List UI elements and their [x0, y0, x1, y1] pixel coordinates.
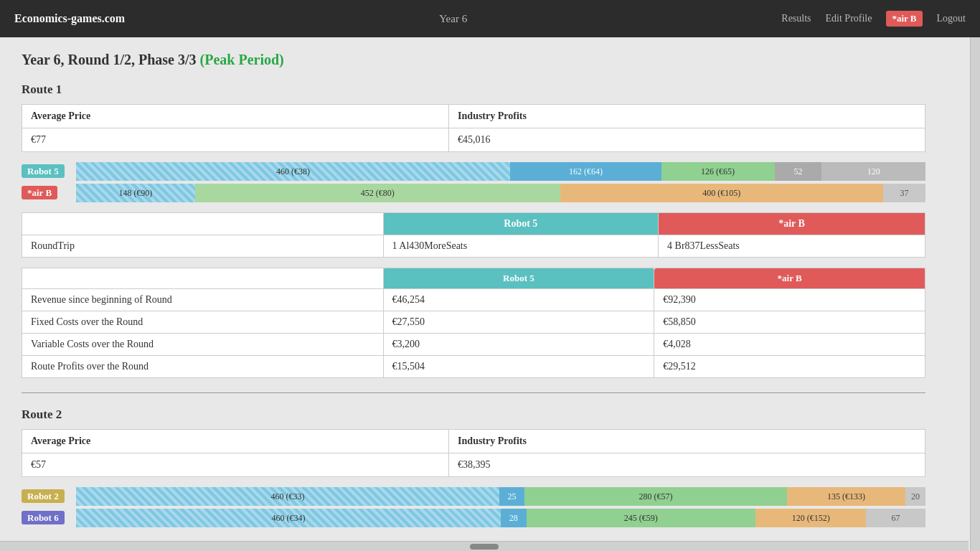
robot5-fixed: €27,550	[383, 311, 654, 334]
robot6-label: Robot 6	[22, 512, 72, 524]
robot2-seg2: 25	[499, 487, 524, 506]
airb-seg2: 452 (€80)	[195, 184, 560, 202]
airb-variable: €4,028	[654, 334, 925, 356]
robot5-label: Robot 5	[22, 166, 72, 177]
roundtrip-airb-value: 4 Br837LessSeats	[659, 235, 925, 258]
route-profits-label: Route Profits over the Round	[22, 356, 384, 378]
robot2-bar-area: 460 (€33) 25 280 (€57) 135 (€133) 20	[76, 487, 925, 506]
robot2-seg5: 20	[905, 487, 925, 506]
route2-industry-profits-header: Industry Profits	[449, 430, 925, 453]
robot5-profits: €15,504	[383, 356, 654, 378]
robot6-seg2: 28	[501, 509, 527, 527]
airb-bar-area: 148 (€90) 452 (€80) 400 (€105) 37	[76, 184, 925, 202]
airb-seg4: 37	[883, 184, 925, 202]
industry-profits-header: Industry Profits	[449, 105, 925, 128]
robot2-seg1: 460 (€33)	[76, 487, 499, 506]
airb-label: *air B	[22, 187, 72, 199]
route1-title: Route 1	[22, 83, 925, 97]
airb-seg1: 148 (€90)	[76, 184, 195, 202]
right-scrollbar[interactable]	[970, 37, 980, 545]
bottom-scrollbar[interactable]	[0, 541, 969, 545]
roundtrip-robot5-header: Robot 5	[383, 213, 658, 235]
robot5-variable: €3,200	[383, 334, 654, 356]
logout-link[interactable]: Logout	[937, 13, 966, 24]
robot5-seg3: 126 (€65)	[661, 162, 775, 181]
robot5-revenue: €46,254	[383, 289, 654, 311]
roundtrip-airb-header: *air B	[659, 213, 925, 235]
robot6-seg5: 67	[866, 509, 925, 527]
route2-section: Route 2 Average Price Industry Profits €…	[22, 408, 925, 527]
airb-badge: *air B	[22, 186, 57, 199]
stats-robot5-header: Robot 5	[383, 268, 654, 289]
bottom-scrollbar-thumb[interactable]	[470, 544, 499, 545]
avg-price-value: €77	[22, 128, 449, 152]
roundtrip-header-empty	[22, 213, 384, 235]
route2-avg-price-header: Average Price	[22, 430, 449, 453]
user-badge: *air B	[886, 11, 922, 27]
route2-info-table: Average Price Industry Profits €57 €38,3…	[22, 429, 925, 477]
robot5-seg4: 52	[775, 162, 822, 181]
robot5-bar-area: 460 (€38) 162 (€64) 126 (€65) 52 120	[76, 162, 925, 181]
robot6-seg3: 245 (€59)	[527, 509, 756, 527]
page-title: Year 6, Round 1/2, Phase 3/3 (Peak Perio…	[22, 52, 925, 68]
stats-header-empty	[22, 268, 384, 289]
route1-info-table: Average Price Industry Profits €77 €45,0…	[22, 104, 925, 152]
route2-title: Route 2	[22, 408, 925, 422]
robot5-seg2: 162 (€64)	[510, 162, 661, 181]
navbar-right: Results Edit Profile *air B Logout	[781, 11, 966, 27]
revenue-label: Revenue since beginning of Round	[22, 289, 384, 311]
fixed-costs-label: Fixed Costs over the Round	[22, 311, 384, 334]
robot5-seg1: 460 (€38)	[76, 162, 510, 181]
robot2-label: Robot 2	[22, 491, 72, 502]
airb-profits: €29,512	[654, 356, 925, 378]
robot6-bar-row: Robot 6 460 (€34) 28 245 (€59) 120 (€152…	[22, 509, 925, 527]
airb-revenue: €92,390	[654, 289, 925, 311]
results-link[interactable]: Results	[781, 13, 811, 24]
variable-costs-label: Variable Costs over the Round	[22, 334, 384, 356]
page-title-text: Year 6, Round 1/2, Phase 3/3	[22, 52, 200, 67]
robot6-seg1: 460 (€34)	[76, 509, 501, 527]
industry-profits-value: €45,016	[449, 128, 925, 152]
robot5-bar-row: Robot 5 460 (€38) 162 (€64) 126 (€65) 52…	[22, 162, 925, 181]
stats-airb-header: *air B	[654, 268, 925, 289]
airb-seg3: 400 (€105)	[560, 184, 883, 202]
route2-industry-profits-value: €38,395	[449, 453, 925, 477]
roundtrip-robot5-value: 1 Al430MoreSeats	[383, 235, 658, 258]
edit-profile-link[interactable]: Edit Profile	[826, 13, 872, 24]
avg-price-header: Average Price	[22, 105, 449, 128]
robot6-badge: Robot 6	[22, 511, 65, 524]
airb-bar-row: *air B 148 (€90) 452 (€80) 400 (€105) 37	[22, 184, 925, 202]
robot2-seg3: 280 (€57)	[524, 487, 787, 506]
robot2-bar-row: Robot 2 460 (€33) 25 280 (€57) 135 (€133…	[22, 487, 925, 506]
main-content: Year 6, Round 1/2, Phase 3/3 (Peak Perio…	[0, 37, 954, 545]
robot5-badge: Robot 5	[22, 164, 65, 178]
roundtrip-table: Robot 5 *air B RoundTrip 1 Al430MoreSeat…	[22, 212, 925, 258]
peak-period-text: (Peak Period)	[200, 52, 284, 67]
robot6-seg4: 120 (€152)	[755, 509, 866, 527]
roundtrip-label: RoundTrip	[22, 235, 384, 258]
route2-avg-price-value: €57	[22, 453, 449, 477]
navbar: Economics-games.com Year 6 Results Edit …	[0, 0, 980, 37]
robot2-badge: Robot 2	[22, 489, 65, 503]
robot2-seg4: 135 (€133)	[787, 487, 905, 506]
airb-fixed: €58,850	[654, 311, 925, 334]
robot5-seg5: 120	[821, 162, 925, 181]
route-divider	[22, 392, 925, 393]
robot6-bar-area: 460 (€34) 28 245 (€59) 120 (€152) 67	[76, 509, 925, 527]
stats-table: Robot 5 *air B Revenue since beginning o…	[22, 268, 925, 378]
route1-section: Route 1 Average Price Industry Profits €…	[22, 83, 925, 378]
navbar-brand: Economics-games.com	[14, 12, 125, 25]
navbar-year: Year 6	[125, 13, 781, 25]
